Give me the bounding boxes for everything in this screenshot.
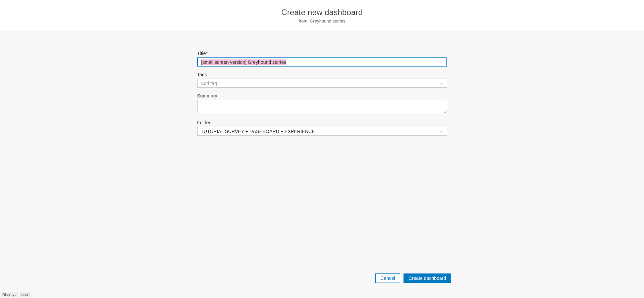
summary-field: Summary <box>197 93 447 115</box>
page-title: Create new dashboard <box>281 8 363 17</box>
chevron-down-icon <box>439 129 443 133</box>
tags-field: Tags Add tag <box>197 72 447 88</box>
footer-actions: Cancel Create dashboard <box>193 270 451 283</box>
tags-placeholder: Add tag <box>201 81 217 86</box>
required-marker: * <box>206 51 207 56</box>
cancel-button[interactable]: Cancel <box>375 273 400 283</box>
chevron-down-icon <box>439 81 443 85</box>
title-field: Title* <box>197 51 447 67</box>
tags-label: Tags <box>197 72 447 77</box>
statusbar-hint: Display a menu <box>1 292 30 297</box>
create-dashboard-form: Title* Tags Add tag Summary Folder TUTOR… <box>197 51 447 141</box>
from-source-name: Greyhound stories <box>310 18 345 24</box>
page-header: Create new dashboard from: Greyhound sto… <box>0 0 644 31</box>
page-subtitle: from: Greyhound stories <box>299 18 345 24</box>
summary-textarea[interactable] <box>197 100 447 113</box>
from-prefix: from: <box>299 18 310 24</box>
folder-label: Folder <box>197 120 447 125</box>
tags-combobox[interactable]: Add tag <box>197 79 447 88</box>
folder-selected-value: TUTORIAL SURVEY + DASHBOARD + EXPERIENCE <box>201 129 315 134</box>
create-dashboard-button[interactable]: Create dashboard <box>404 273 451 283</box>
title-input[interactable] <box>197 57 447 67</box>
title-label: Title* <box>197 51 447 56</box>
folder-select[interactable]: TUTORIAL SURVEY + DASHBOARD + EXPERIENCE <box>197 127 447 136</box>
summary-label: Summary <box>197 93 447 98</box>
title-label-text: Title <box>197 51 206 56</box>
folder-field: Folder TUTORIAL SURVEY + DASHBOARD + EXP… <box>197 120 447 136</box>
page-body: Title* Tags Add tag Summary Folder TUTOR… <box>0 31 644 298</box>
